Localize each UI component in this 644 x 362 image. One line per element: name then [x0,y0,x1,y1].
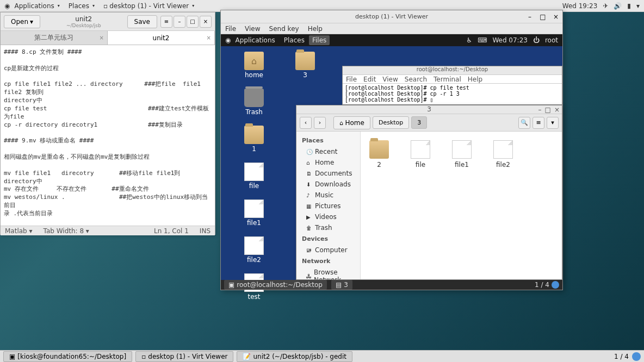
host-task-gedit[interactable]: 📝unit2 (~/Desktop/jsb) - gedit [237,351,352,362]
file-item-file1[interactable]: file1 [452,140,472,168]
workspace-icon[interactable] [632,352,641,361]
crumb-current[interactable]: 3 [411,116,427,129]
host-app-menu[interactable]: ▫desktop (1) - Virt Viewer [99,2,199,10]
menu-view[interactable]: View [245,25,260,33]
maximize-button[interactable]: □ [187,16,199,28]
vm-workspace-indicator[interactable]: 1 / 4 [535,281,559,289]
vm-task-terminal[interactable]: ▣root@localhost:~/Desktop [224,280,327,290]
file-item-folder-2[interactable]: 2 [369,140,389,168]
term-menu-view[interactable]: View [382,76,398,83]
host-clock[interactable]: Wed 19:23 [562,2,598,10]
music-icon: ♪ [306,192,313,198]
back-button[interactable]: ‹ [300,117,312,129]
volume-icon[interactable]: 🔊 [614,2,622,10]
gedit-tabbar: 第二单元练习× unit2× [1,31,215,45]
home-icon: ⌂ [306,160,313,166]
accessibility-icon[interactable]: ♿ [466,36,472,44]
battery-icon[interactable]: ▮ [627,2,631,10]
virt-viewer-window: desktop (1) - Virt Viewer – □ × File Vie… [220,10,563,290]
trash-icon: 🗑 [306,225,313,231]
network-icon: 🖧 [306,273,312,279]
desktop-icon-folder-3[interactable]: 3 [292,52,319,79]
status-mode: INS [200,227,210,235]
desktop-icon-file2[interactable]: file2 [240,236,268,264]
vm-applications-menu[interactable]: Applications [231,36,279,44]
menu-file[interactable]: File [225,25,236,33]
airplane-icon[interactable]: ✈ [603,2,608,10]
view-options-button[interactable]: ▾ [547,117,559,129]
hamburger-button[interactable]: ≡ [160,16,172,28]
terminal-body[interactable]: [root@localhost Desktop]# cp file test [… [343,84,562,104]
maximize-button[interactable]: □ [545,106,551,114]
virt-viewer-icon: ▫ [103,2,108,10]
close-button[interactable]: × [554,106,560,114]
close-button[interactable]: × [552,13,560,21]
term-menu-edit[interactable]: Edit [363,76,376,83]
power-icon[interactable]: ▾ [636,2,640,10]
menu-sendkey[interactable]: Send key [269,25,299,33]
sidebar-item-downloads[interactable]: ⬇Downloads [296,179,360,190]
term-menu-help[interactable]: Help [468,76,482,83]
crumb-desktop[interactable]: Desktop [373,116,409,129]
tab-unit2[interactable]: unit2× [108,31,215,45]
files-titlebar: 3 – □ × [296,105,562,114]
editor-area[interactable]: #### 8.cp 文件复制 #### cp是新建文件的过程 cp file f… [1,45,215,226]
tab-close-icon[interactable]: × [207,35,211,41]
status-language[interactable]: Matlab ▾ [5,227,33,235]
desktop-icon-file1[interactable]: file1 [240,199,268,227]
open-button[interactable]: Open ▾ [4,15,40,28]
vm-user[interactable]: root [545,36,558,44]
folder-icon: ▤ [336,281,342,289]
search-button[interactable]: 🔍 [518,117,530,129]
virt-menubar: File View Send key Help [221,23,562,34]
crumb-home[interactable]: ⌂ Home [333,116,370,129]
files-content[interactable]: 2 file file1 file2 [361,132,562,279]
status-tabwidth[interactable]: Tab Width: 8 ▾ [44,227,89,235]
host-task-virt[interactable]: ▫desktop (1) - Virt Viewer [135,351,233,362]
vm-files-window: 3 – □ × ‹ › ⌂ Home Desktop 3 🔍 ≡ ▾ [296,105,562,280]
minimize-button[interactable]: – [538,106,542,114]
keyboard-icon[interactable]: ⌨ [478,36,487,44]
forward-button[interactable]: › [314,117,326,129]
sidebar-item-computer[interactable]: 🖳Computer [296,245,360,255]
host-places-menu[interactable]: Places [64,2,99,10]
tab-close-icon[interactable]: × [100,35,104,41]
tab-exercise[interactable]: 第二单元练习× [1,31,108,45]
vm-clock[interactable]: Wed 07:23 [492,36,528,44]
sidebar-item-home[interactable]: ⌂Home [296,157,360,168]
sidebar-item-music[interactable]: ♪Music [296,190,360,201]
terminal-menubar: File Edit View Search Terminal Help [343,75,562,84]
term-menu-terminal[interactable]: Terminal [434,76,461,83]
save-button[interactable]: Save [127,15,157,28]
term-menu-search[interactable]: Search [405,76,427,83]
desktop-icon-folder-1[interactable]: 1 [240,126,268,153]
view-list-button[interactable]: ≡ [532,117,544,129]
vm-files-button[interactable]: Files [309,35,330,45]
close-button[interactable]: × [200,16,212,28]
host-applications-menu[interactable]: Applications [10,2,64,10]
minimize-button[interactable]: – [525,13,534,21]
sidebar-item-documents[interactable]: 🗎Documents [296,168,360,179]
desktop-icon-trash[interactable]: Trash [240,89,268,116]
power-icon[interactable]: ⏻ [533,36,540,44]
menu-help[interactable]: Help [308,25,323,33]
folder-icon [244,126,264,144]
sidebar-item-recent[interactable]: 🕓Recent [296,146,360,157]
vm-places-menu[interactable]: Places [280,36,309,44]
term-menu-file[interactable]: File [346,76,357,83]
minimize-button[interactable]: – [174,16,185,28]
virt-titlebar: desktop (1) - Virt Viewer – □ × [221,10,562,23]
file-item-file2[interactable]: file2 [493,140,513,168]
sidebar-item-videos[interactable]: ▶Videos [296,211,360,222]
vm-task-files[interactable]: ▤3 [331,280,352,290]
maximize-button[interactable]: □ [538,13,547,21]
desktop-icon-file[interactable]: file [240,163,268,190]
sidebar-item-pictures[interactable]: ▦Pictures [296,201,360,211]
gedit-window: Open ▾ unit2 ~/Desktop/jsb Save ≡ – □ × … [0,12,215,235]
host-task-terminal[interactable]: ▣[kiosk@foundation65:~/Desktop] [3,351,132,362]
desktop-icon-home[interactable]: home [240,52,268,79]
file-item-file[interactable]: file [411,140,430,168]
gedit-toolbar: Open ▾ unit2 ~/Desktop/jsb Save ≡ – □ × [1,13,215,31]
sidebar-item-browse-network[interactable]: 🖧Browse Network [296,267,360,279]
sidebar-item-trash[interactable]: 🗑Trash [296,222,360,233]
